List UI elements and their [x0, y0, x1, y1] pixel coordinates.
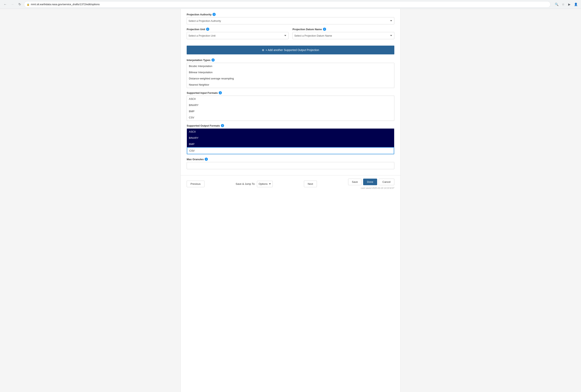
max-granules-info-icon[interactable]: i — [205, 158, 208, 161]
interpolation-types-list: Bicubic Interpolation Bilinear Interpola… — [187, 63, 394, 88]
projection-authority-label: Projection Authority i — [187, 13, 394, 16]
projection-unit-info-icon[interactable]: i — [206, 27, 209, 31]
supported-input-formats-list: ASCII BINARY BMP CSV — [187, 96, 394, 121]
interpolation-types-group: Interpolation Types i Bicubic Interpolat… — [187, 58, 394, 88]
list-item: Bilinear Interpolation — [187, 69, 394, 75]
projection-unit-label: Projection Unit i — [187, 27, 288, 31]
list-item: Distance-weighted average resampling — [187, 75, 394, 82]
projection-authority-select[interactable]: Select a Projection Authority — [187, 17, 394, 24]
list-item: Nearest Neighbor — [187, 82, 394, 88]
output-format-bmp[interactable]: BMP — [187, 141, 394, 147]
add-another-projection-button[interactable]: ⊕ + Add another Supported Output Project… — [187, 46, 394, 54]
page-wrapper: Projection Authority i Select a Projecti… — [180, 9, 400, 392]
max-granules-input[interactable] — [187, 162, 394, 169]
list-item: BMP — [187, 108, 394, 114]
save-jump-to-select[interactable]: Options — [257, 181, 273, 187]
forward-button[interactable]: → — [10, 1, 15, 7]
projection-unit-datum-row: Projection Unit i Select a Projection Un… — [187, 27, 394, 42]
footer-center: Save & Jump To: Options — [236, 181, 273, 187]
last-saved-text: Last saved 2020-02-24 14:33 EST — [361, 187, 394, 189]
done-button[interactable]: Done — [363, 179, 377, 185]
address-bar[interactable]: 🔒 mmt.sit.earthdata.nasa.gov/service_dra… — [24, 1, 550, 7]
output-format-csv[interactable]: CSV — [187, 147, 394, 154]
projection-datum-name-label: Projection Datum Name i — [292, 27, 394, 31]
previous-button[interactable]: Previous — [187, 181, 204, 187]
supported-output-formats-list: ASCII BINARY BMP CSV — [187, 128, 394, 154]
footer-bar: Previous Save & Jump To: Options Next Sa… — [181, 175, 400, 192]
projection-datum-group: Projection Datum Name i Select a Project… — [292, 27, 394, 39]
youtube-icon-btn[interactable]: ▶ — [566, 1, 572, 7]
footer-next-group: Next — [304, 181, 317, 187]
main-content: Projection Authority i Select a Projecti… — [181, 9, 400, 169]
list-item: BINARY — [187, 102, 394, 108]
projection-datum-name-select[interactable]: Select a Projection Datum Name — [292, 32, 394, 39]
cancel-button[interactable]: Cancel — [379, 179, 394, 185]
output-format-binary[interactable]: BINARY — [187, 135, 394, 141]
projection-unit-select[interactable]: Select a Projection Unit — [187, 32, 288, 39]
reload-button[interactable]: ↻ — [17, 1, 22, 7]
projection-authority-info-icon[interactable]: i — [212, 13, 216, 16]
supported-output-formats-info-icon[interactable]: i — [221, 124, 224, 127]
output-format-ascii[interactable]: ASCII — [187, 129, 394, 135]
supported-output-formats-label: Supported Output Formats i — [187, 124, 394, 127]
add-another-projection-label: + Add another Supported Output Projectio… — [266, 48, 319, 52]
footer-right: Save Done Cancel Last saved 2020-02-24 1… — [348, 179, 394, 189]
url-text: mmt.sit.earthdata.nasa.gov/service_draft… — [31, 3, 100, 6]
max-granules-group: Max Granules i — [187, 158, 394, 169]
supported-input-formats-group: Supported Input Formats i ASCII BINARY B… — [187, 91, 394, 121]
profile-icon-btn[interactable]: 👤 — [573, 1, 578, 7]
list-item: ASCII — [187, 96, 394, 102]
footer-left: Previous — [187, 181, 204, 187]
bookmark-icon-btn[interactable]: ☆ — [560, 1, 566, 7]
browser-chrome: ← → ↻ 🔒 mmt.sit.earthdata.nasa.gov/servi… — [0, 0, 581, 9]
interpolation-types-info-icon[interactable]: i — [212, 58, 215, 62]
list-item: CSV — [187, 114, 394, 121]
add-another-projection-icon: ⊕ — [262, 48, 264, 52]
max-granules-label: Max Granules i — [187, 158, 394, 161]
list-item: Bicubic Interpolation — [187, 63, 394, 69]
projection-datum-info-icon[interactable]: i — [323, 27, 326, 31]
projection-authority-group: Projection Authority i Select a Projecti… — [187, 13, 394, 24]
supported-input-formats-info-icon[interactable]: i — [219, 91, 222, 94]
next-button[interactable]: Next — [304, 181, 317, 187]
supported-output-formats-group: Supported Output Formats i ASCII BINARY … — [187, 124, 394, 154]
supported-input-formats-label: Supported Input Formats i — [187, 91, 394, 94]
back-button[interactable]: ← — [2, 1, 8, 7]
browser-toolbar: 🔍 ☆ ▶ 👤 — [554, 1, 578, 7]
projection-unit-group: Projection Unit i Select a Projection Un… — [187, 27, 288, 39]
lock-icon: 🔒 — [26, 3, 30, 6]
save-button[interactable]: Save — [348, 179, 362, 185]
footer-action-buttons: Save Done Cancel — [348, 179, 394, 185]
search-icon-btn[interactable]: 🔍 — [554, 1, 560, 7]
interpolation-types-label: Interpolation Types i — [187, 58, 394, 62]
save-jump-to-label: Save & Jump To: — [236, 182, 255, 185]
